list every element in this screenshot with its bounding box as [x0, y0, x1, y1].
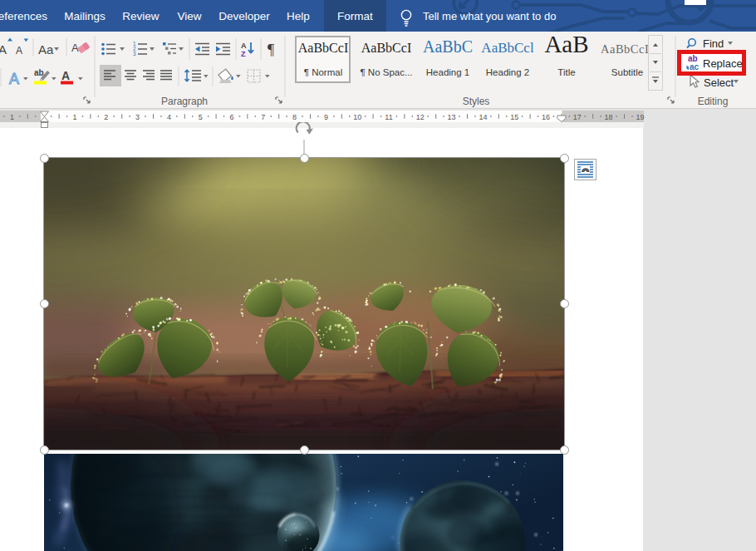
- svg-text:A: A: [71, 42, 79, 54]
- svg-text:18: 18: [605, 113, 613, 121]
- svg-text:12: 12: [416, 113, 425, 121]
- svg-text:Z: Z: [241, 50, 246, 58]
- svg-text:17: 17: [573, 113, 582, 121]
- svg-text:ac: ac: [690, 62, 700, 71]
- svg-text:A: A: [61, 69, 70, 82]
- svg-text:5: 5: [199, 113, 203, 121]
- svg-text:16: 16: [542, 113, 550, 121]
- svg-text:13: 13: [448, 113, 456, 121]
- svg-text:2: 2: [104, 113, 108, 121]
- svg-text:Replace: Replace: [703, 57, 743, 70]
- svg-text:3: 3: [133, 51, 136, 57]
- svg-text:19: 19: [636, 113, 644, 121]
- svg-text:A: A: [241, 42, 247, 50]
- svg-text:4: 4: [167, 113, 171, 121]
- svg-text:ab: ab: [34, 68, 44, 77]
- svg-text:6: 6: [229, 113, 233, 121]
- svg-text:A: A: [16, 45, 22, 57]
- svg-text:8: 8: [292, 113, 297, 121]
- svg-text:1: 1: [72, 113, 76, 121]
- svg-text:Aa: Aa: [38, 42, 54, 57]
- svg-text:3: 3: [135, 113, 140, 121]
- svg-text:1: 1: [10, 113, 14, 121]
- svg-text:14: 14: [479, 113, 487, 121]
- svg-text:Find: Find: [703, 37, 724, 50]
- svg-text:9: 9: [324, 113, 328, 121]
- svg-text:A: A: [9, 71, 19, 87]
- svg-text:Select: Select: [704, 76, 734, 89]
- svg-text:7: 7: [261, 113, 265, 121]
- svg-text:10: 10: [353, 113, 361, 121]
- svg-text:¶: ¶: [268, 42, 274, 58]
- svg-text:A: A: [0, 42, 7, 57]
- svg-text:15: 15: [510, 113, 518, 121]
- svg-text:11: 11: [385, 113, 392, 121]
